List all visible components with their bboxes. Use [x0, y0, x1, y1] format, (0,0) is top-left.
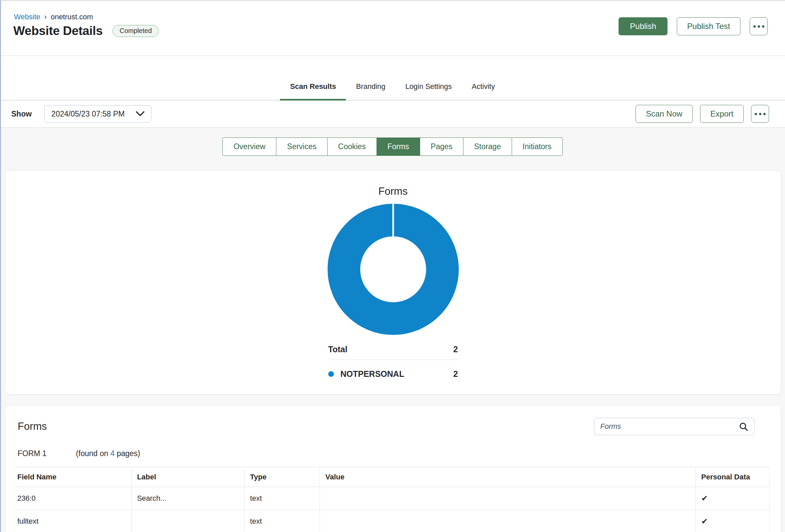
- legend-swatch-icon: [328, 371, 334, 377]
- cell-type: text: [245, 510, 320, 532]
- found-on-text: (found on 4 pages): [76, 449, 140, 458]
- window-edge-strip: [0, 1, 1, 532]
- tab-scan-results[interactable]: Scan Results: [280, 82, 346, 101]
- form-group-name: FORM 1: [18, 449, 47, 458]
- table-row: 236:0 Search... text ✔: [16, 487, 770, 510]
- scan-toolbar: Show 2024/05/23 07:58 PM Scan Now Export: [0, 101, 785, 127]
- forms-list-card: Forms FORM 1 (found on 4 pages) Field Na…: [5, 406, 781, 532]
- page-title: Website Details: [13, 24, 103, 38]
- toolbar-more-options-button[interactable]: [751, 105, 769, 123]
- col-header-type: Type: [245, 467, 320, 487]
- donut-segment-divider: [392, 203, 394, 237]
- cell-field-name: fulltext: [16, 510, 131, 532]
- breadcrumb-link-website[interactable]: Website: [14, 12, 40, 21]
- subtab-forms[interactable]: Forms: [377, 138, 420, 155]
- subtab-overview[interactable]: Overview: [223, 138, 276, 155]
- forms-search-box: [594, 418, 754, 435]
- forms-chart-card: Forms Total 2 NOTPERSONAL 2: [5, 171, 781, 394]
- header-actions: Publish Publish Test: [618, 17, 768, 35]
- legend-label: NOTPERSONAL: [340, 369, 453, 379]
- col-header-value: Value: [320, 467, 696, 487]
- publish-button[interactable]: Publish: [618, 17, 667, 35]
- total-label: Total: [328, 345, 348, 354]
- result-category-tabs: Overview Services Cookies Forms Pages St…: [222, 137, 562, 156]
- subtab-storage[interactable]: Storage: [463, 138, 512, 155]
- tab-login-settings[interactable]: Login Settings: [396, 82, 462, 101]
- search-icon: [739, 422, 748, 431]
- legend-item-notpersonal[interactable]: NOTPERSONAL 2: [328, 369, 458, 379]
- more-options-icon: [753, 25, 756, 28]
- form-fields-table: Field Name Label Type Value Personal Dat…: [16, 467, 770, 532]
- cell-label: Search...: [131, 487, 244, 510]
- main-tab-bar: Scan Results Branding Login Settings Act…: [0, 56, 785, 101]
- col-header-label: Label: [131, 467, 244, 487]
- breadcrumb-separator-icon: ›: [44, 12, 47, 21]
- status-badge: Completed: [112, 25, 159, 37]
- chart-legend: Total 2 NOTPERSONAL 2: [328, 345, 458, 379]
- tab-branding[interactable]: Branding: [346, 82, 395, 101]
- more-options-icon: [755, 113, 757, 115]
- header-more-options-button[interactable]: [750, 17, 768, 35]
- breadcrumb: Website › onetrust.com: [14, 12, 93, 21]
- show-label: Show: [11, 109, 32, 119]
- tab-activity[interactable]: Activity: [462, 82, 505, 101]
- total-value: 2: [453, 345, 458, 354]
- forms-section-heading: Forms: [16, 421, 47, 432]
- chart-total-row: Total 2: [328, 345, 458, 360]
- chevron-down-icon: [136, 111, 145, 117]
- subtab-services[interactable]: Services: [276, 138, 327, 155]
- scan-now-button[interactable]: Scan Now: [635, 105, 692, 123]
- cell-personal-data-check-icon: ✔: [696, 510, 770, 532]
- col-header-field-name: Field Name: [16, 467, 131, 487]
- donut-chart: [327, 203, 459, 336]
- legend-value: 2: [453, 369, 458, 379]
- subtab-initiators[interactable]: Initiators: [512, 138, 562, 155]
- col-header-personal-data: Personal Data: [696, 467, 770, 487]
- subtab-pages[interactable]: Pages: [420, 138, 463, 155]
- table-header-row: Field Name Label Type Value Personal Dat…: [16, 467, 770, 487]
- table-row: fulltext text ✔: [16, 510, 770, 532]
- cell-field-name: 236:0: [16, 487, 131, 510]
- found-on-pages-link[interactable]: 4: [110, 449, 115, 458]
- scan-date-dropdown[interactable]: 2024/05/23 07:58 PM: [44, 105, 151, 123]
- subtab-cookies[interactable]: Cookies: [327, 138, 377, 155]
- export-button[interactable]: Export: [700, 105, 744, 123]
- cell-type: text: [245, 487, 320, 510]
- cell-value: [320, 487, 696, 510]
- form-group-header: FORM 1 (found on 4 pages): [16, 449, 770, 458]
- forms-search-input[interactable]: [600, 422, 739, 431]
- scan-results-panel: Overview Services Cookies Forms Pages St…: [0, 127, 785, 532]
- cell-label: [131, 510, 244, 532]
- cell-value: [320, 510, 696, 532]
- breadcrumb-current: onetrust.com: [51, 12, 93, 21]
- chart-title: Forms: [5, 171, 781, 197]
- cell-personal-data-check-icon: ✔: [696, 487, 770, 510]
- scan-date-value: 2024/05/23 07:58 PM: [51, 109, 125, 119]
- publish-test-button[interactable]: Publish Test: [677, 17, 740, 35]
- page-header: Website › onetrust.com Website Details C…: [0, 1, 785, 56]
